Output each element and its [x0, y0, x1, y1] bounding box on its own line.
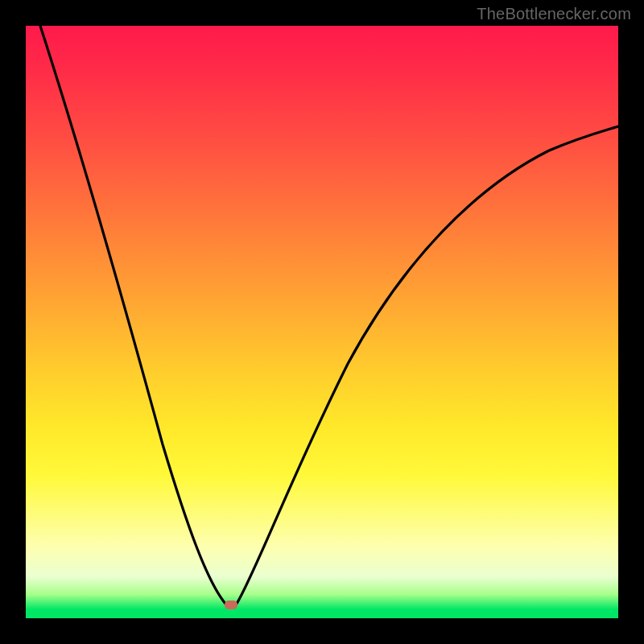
curve-svg	[26, 26, 618, 618]
bottleneck-curve	[40, 26, 618, 608]
plot-area	[26, 26, 618, 618]
minimum-marker	[225, 601, 237, 609]
watermark-text: TheBottlenecker.com	[477, 5, 631, 23]
chart-frame: TheBottlenecker.com	[0, 0, 644, 644]
